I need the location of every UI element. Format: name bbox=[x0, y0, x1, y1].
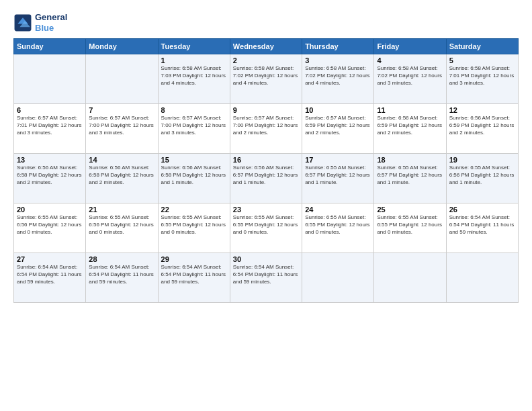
calendar-cell bbox=[302, 253, 374, 303]
calendar-cell bbox=[14, 54, 86, 104]
day-info: Sunrise: 6:56 AM Sunset: 6:57 PM Dayligh… bbox=[233, 165, 299, 186]
day-info: Sunrise: 6:54 AM Sunset: 6:54 PM Dayligh… bbox=[449, 214, 515, 236]
calendar-cell: 8Sunrise: 6:57 AM Sunset: 7:00 PM Daylig… bbox=[158, 104, 230, 154]
weekday-header: Monday bbox=[86, 39, 158, 54]
logo-line2: Blue bbox=[35, 23, 54, 33]
day-number: 1 bbox=[161, 56, 227, 64]
day-number: 24 bbox=[305, 205, 371, 214]
weekday-header: Friday bbox=[374, 39, 446, 54]
calendar-cell: 28Sunrise: 6:54 AM Sunset: 6:54 PM Dayli… bbox=[86, 253, 158, 303]
day-info: Sunrise: 6:55 AM Sunset: 6:55 PM Dayligh… bbox=[233, 214, 299, 236]
calendar-cell bbox=[374, 253, 446, 303]
day-number: 15 bbox=[161, 156, 227, 164]
day-number: 4 bbox=[377, 56, 443, 64]
day-number: 3 bbox=[305, 56, 371, 64]
calendar-week-row: 20Sunrise: 6:55 AM Sunset: 6:56 PM Dayli… bbox=[14, 203, 519, 253]
day-info: Sunrise: 6:55 AM Sunset: 6:55 PM Dayligh… bbox=[377, 214, 443, 236]
header: General Blue bbox=[13, 12, 519, 33]
day-number: 19 bbox=[449, 156, 515, 164]
calendar-cell: 11Sunrise: 6:56 AM Sunset: 6:59 PM Dayli… bbox=[374, 104, 446, 154]
logo-line1: General bbox=[35, 12, 67, 23]
calendar-cell: 18Sunrise: 6:55 AM Sunset: 6:57 PM Dayli… bbox=[374, 154, 446, 203]
day-number: 30 bbox=[233, 255, 299, 263]
weekday-row: SundayMondayTuesdayWednesdayThursdayFrid… bbox=[14, 39, 519, 54]
day-number: 14 bbox=[89, 156, 154, 164]
day-info: Sunrise: 6:58 AM Sunset: 7:03 PM Dayligh… bbox=[161, 65, 227, 87]
calendar-cell: 20Sunrise: 6:55 AM Sunset: 6:56 PM Dayli… bbox=[14, 203, 86, 253]
day-info: Sunrise: 6:54 AM Sunset: 6:54 PM Dayligh… bbox=[89, 264, 154, 285]
logo-icon bbox=[13, 13, 32, 32]
day-info: Sunrise: 6:57 AM Sunset: 7:00 PM Dayligh… bbox=[161, 115, 227, 136]
day-info: Sunrise: 6:54 AM Sunset: 6:54 PM Dayligh… bbox=[17, 264, 83, 285]
weekday-header: Tuesday bbox=[158, 39, 230, 54]
day-number: 13 bbox=[17, 156, 83, 164]
calendar-cell: 26Sunrise: 6:54 AM Sunset: 6:54 PM Dayli… bbox=[446, 203, 518, 253]
day-number: 26 bbox=[449, 205, 515, 214]
calendar-cell: 12Sunrise: 6:56 AM Sunset: 6:59 PM Dayli… bbox=[446, 104, 518, 154]
page: General Blue SundayMondayTuesdayWednesda… bbox=[0, 0, 532, 411]
day-info: Sunrise: 6:58 AM Sunset: 7:02 PM Dayligh… bbox=[233, 65, 299, 87]
day-info: Sunrise: 6:54 AM Sunset: 6:54 PM Dayligh… bbox=[233, 264, 299, 285]
calendar-cell: 6Sunrise: 6:57 AM Sunset: 7:01 PM Daylig… bbox=[14, 104, 86, 154]
calendar-body: 1Sunrise: 6:58 AM Sunset: 7:03 PM Daylig… bbox=[14, 54, 519, 303]
day-number: 2 bbox=[233, 56, 299, 64]
day-info: Sunrise: 6:58 AM Sunset: 7:01 PM Dayligh… bbox=[449, 65, 515, 87]
day-number: 25 bbox=[377, 205, 443, 214]
day-number: 29 bbox=[161, 255, 227, 263]
day-info: Sunrise: 6:56 AM Sunset: 6:59 PM Dayligh… bbox=[449, 115, 515, 136]
logo: General Blue bbox=[13, 12, 67, 33]
calendar-cell: 16Sunrise: 6:56 AM Sunset: 6:57 PM Dayli… bbox=[230, 154, 302, 203]
calendar-cell: 1Sunrise: 6:58 AM Sunset: 7:03 PM Daylig… bbox=[158, 54, 230, 104]
day-number: 22 bbox=[161, 205, 227, 214]
weekday-header: Saturday bbox=[446, 39, 518, 54]
calendar-cell: 29Sunrise: 6:54 AM Sunset: 6:54 PM Dayli… bbox=[158, 253, 230, 303]
calendar-cell: 21Sunrise: 6:55 AM Sunset: 6:56 PM Dayli… bbox=[86, 203, 158, 253]
day-info: Sunrise: 6:57 AM Sunset: 7:00 PM Dayligh… bbox=[89, 115, 154, 136]
calendar-cell: 10Sunrise: 6:57 AM Sunset: 6:59 PM Dayli… bbox=[302, 104, 374, 154]
calendar-cell: 22Sunrise: 6:55 AM Sunset: 6:55 PM Dayli… bbox=[158, 203, 230, 253]
weekday-header: Wednesday bbox=[230, 39, 302, 54]
calendar-cell: 2Sunrise: 6:58 AM Sunset: 7:02 PM Daylig… bbox=[230, 54, 302, 104]
calendar-week-row: 27Sunrise: 6:54 AM Sunset: 6:54 PM Dayli… bbox=[14, 253, 519, 303]
day-number: 11 bbox=[377, 106, 443, 114]
day-info: Sunrise: 6:55 AM Sunset: 6:56 PM Dayligh… bbox=[17, 214, 83, 236]
calendar-week-row: 6Sunrise: 6:57 AM Sunset: 7:01 PM Daylig… bbox=[14, 104, 519, 154]
calendar-cell: 9Sunrise: 6:57 AM Sunset: 7:00 PM Daylig… bbox=[230, 104, 302, 154]
day-info: Sunrise: 6:56 AM Sunset: 6:58 PM Dayligh… bbox=[161, 165, 227, 186]
day-info: Sunrise: 6:56 AM Sunset: 6:58 PM Dayligh… bbox=[17, 165, 83, 186]
day-number: 27 bbox=[17, 255, 83, 263]
day-info: Sunrise: 6:55 AM Sunset: 6:55 PM Dayligh… bbox=[305, 214, 371, 236]
calendar-week-row: 1Sunrise: 6:58 AM Sunset: 7:03 PM Daylig… bbox=[14, 54, 519, 104]
calendar-cell: 3Sunrise: 6:58 AM Sunset: 7:02 PM Daylig… bbox=[302, 54, 374, 104]
calendar-cell: 14Sunrise: 6:56 AM Sunset: 6:58 PM Dayli… bbox=[86, 154, 158, 203]
day-number: 23 bbox=[233, 205, 299, 214]
day-info: Sunrise: 6:55 AM Sunset: 6:56 PM Dayligh… bbox=[449, 165, 515, 186]
day-info: Sunrise: 6:56 AM Sunset: 6:58 PM Dayligh… bbox=[89, 165, 154, 186]
calendar-cell: 25Sunrise: 6:55 AM Sunset: 6:55 PM Dayli… bbox=[374, 203, 446, 253]
day-info: Sunrise: 6:57 AM Sunset: 6:59 PM Dayligh… bbox=[305, 115, 371, 136]
day-info: Sunrise: 6:55 AM Sunset: 6:57 PM Dayligh… bbox=[377, 165, 443, 186]
logo-text: General Blue bbox=[35, 12, 67, 33]
day-info: Sunrise: 6:55 AM Sunset: 6:55 PM Dayligh… bbox=[161, 214, 227, 236]
day-number: 20 bbox=[17, 205, 83, 214]
weekday-header: Sunday bbox=[14, 39, 86, 54]
day-number: 28 bbox=[89, 255, 154, 263]
calendar-cell: 30Sunrise: 6:54 AM Sunset: 6:54 PM Dayli… bbox=[230, 253, 302, 303]
calendar-cell: 17Sunrise: 6:55 AM Sunset: 6:57 PM Dayli… bbox=[302, 154, 374, 203]
day-info: Sunrise: 6:58 AM Sunset: 7:02 PM Dayligh… bbox=[305, 65, 371, 87]
calendar-cell: 15Sunrise: 6:56 AM Sunset: 6:58 PM Dayli… bbox=[158, 154, 230, 203]
calendar-cell: 4Sunrise: 6:58 AM Sunset: 7:02 PM Daylig… bbox=[374, 54, 446, 104]
day-number: 10 bbox=[305, 106, 371, 114]
calendar-header: SundayMondayTuesdayWednesdayThursdayFrid… bbox=[14, 39, 519, 54]
day-number: 17 bbox=[305, 156, 371, 164]
day-info: Sunrise: 6:55 AM Sunset: 6:57 PM Dayligh… bbox=[305, 165, 371, 186]
day-number: 6 bbox=[17, 106, 83, 114]
day-number: 12 bbox=[449, 106, 515, 114]
calendar-table: SundayMondayTuesdayWednesdayThursdayFrid… bbox=[13, 38, 519, 303]
calendar-week-row: 13Sunrise: 6:56 AM Sunset: 6:58 PM Dayli… bbox=[14, 154, 519, 203]
calendar-cell: 13Sunrise: 6:56 AM Sunset: 6:58 PM Dayli… bbox=[14, 154, 86, 203]
day-info: Sunrise: 6:57 AM Sunset: 7:00 PM Dayligh… bbox=[233, 115, 299, 136]
weekday-header: Thursday bbox=[302, 39, 374, 54]
day-info: Sunrise: 6:54 AM Sunset: 6:54 PM Dayligh… bbox=[161, 264, 227, 285]
day-info: Sunrise: 6:58 AM Sunset: 7:02 PM Dayligh… bbox=[377, 65, 443, 87]
